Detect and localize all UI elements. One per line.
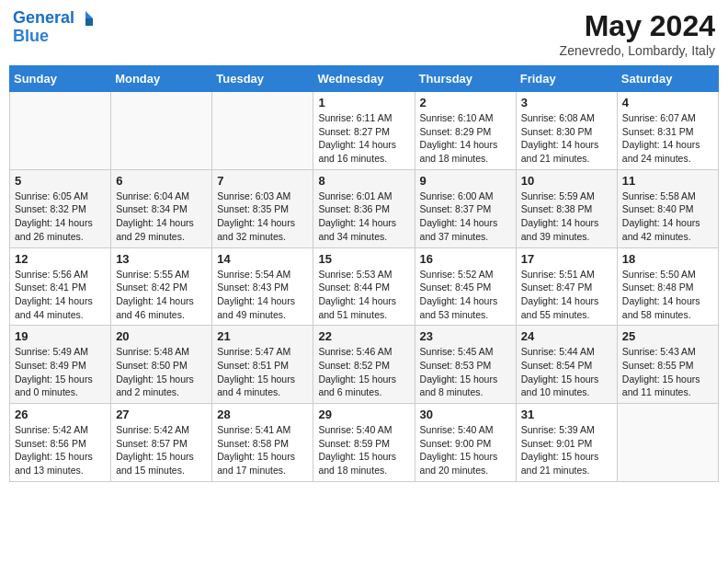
day-info: Sunrise: 5:55 AM Sunset: 8:42 PM Dayligh… xyxy=(116,268,207,322)
day-number: 11 xyxy=(622,174,713,188)
day-number: 6 xyxy=(116,174,207,188)
logo-blue: Blue xyxy=(13,28,95,46)
calendar-cell: 3Sunrise: 6:08 AM Sunset: 8:30 PM Daylig… xyxy=(516,92,617,170)
day-info: Sunrise: 5:44 AM Sunset: 8:54 PM Dayligh… xyxy=(521,345,612,399)
page-header: General Blue May 2024 Zenevredo, Lombard… xyxy=(9,9,719,58)
day-info: Sunrise: 5:42 AM Sunset: 8:56 PM Dayligh… xyxy=(15,423,106,477)
day-number: 7 xyxy=(217,174,308,188)
day-info: Sunrise: 5:40 AM Sunset: 8:59 PM Dayligh… xyxy=(318,423,409,477)
weekday-header-row: SundayMondayTuesdayWednesdayThursdayFrid… xyxy=(10,66,719,92)
day-number: 4 xyxy=(622,96,713,109)
day-number: 9 xyxy=(420,174,511,188)
day-number: 16 xyxy=(420,252,511,266)
weekday-header-monday: Monday xyxy=(111,66,212,92)
logo: General Blue xyxy=(13,9,95,46)
calendar-cell: 16Sunrise: 5:52 AM Sunset: 8:45 PM Dayli… xyxy=(415,247,516,326)
day-number: 24 xyxy=(521,329,612,343)
day-number: 20 xyxy=(116,329,207,343)
calendar-cell: 6Sunrise: 6:04 AM Sunset: 8:34 PM Daylig… xyxy=(111,169,212,247)
day-number: 27 xyxy=(116,408,207,421)
calendar-cell: 7Sunrise: 6:03 AM Sunset: 8:35 PM Daylig… xyxy=(212,169,313,247)
location: Zenevredo, Lombardy, Italy xyxy=(560,43,715,58)
calendar-cell: 8Sunrise: 6:01 AM Sunset: 8:36 PM Daylig… xyxy=(313,169,415,247)
calendar-cell: 2Sunrise: 6:10 AM Sunset: 8:29 PM Daylig… xyxy=(415,92,516,170)
month-title: May 2024 xyxy=(560,9,715,43)
day-info: Sunrise: 5:59 AM Sunset: 8:38 PM Dayligh… xyxy=(521,190,612,244)
week-row-5: 26Sunrise: 5:42 AM Sunset: 8:56 PM Dayli… xyxy=(10,404,719,482)
day-info: Sunrise: 5:52 AM Sunset: 8:45 PM Dayligh… xyxy=(420,268,511,322)
weekday-header-thursday: Thursday xyxy=(415,66,516,92)
calendar-cell: 27Sunrise: 5:42 AM Sunset: 8:57 PM Dayli… xyxy=(111,404,212,482)
calendar-cell: 26Sunrise: 5:42 AM Sunset: 8:56 PM Dayli… xyxy=(10,404,111,482)
day-number: 23 xyxy=(420,329,511,343)
calendar-cell: 22Sunrise: 5:46 AM Sunset: 8:52 PM Dayli… xyxy=(313,326,415,404)
day-number: 10 xyxy=(521,174,612,188)
day-number: 2 xyxy=(420,96,511,109)
day-info: Sunrise: 6:03 AM Sunset: 8:35 PM Dayligh… xyxy=(217,190,308,244)
day-info: Sunrise: 5:51 AM Sunset: 8:47 PM Dayligh… xyxy=(521,268,612,322)
logo-text: General xyxy=(13,9,74,28)
week-row-1: 1Sunrise: 6:11 AM Sunset: 8:27 PM Daylig… xyxy=(10,92,719,170)
calendar-cell: 25Sunrise: 5:43 AM Sunset: 8:55 PM Dayli… xyxy=(617,326,718,404)
day-info: Sunrise: 5:48 AM Sunset: 8:50 PM Dayligh… xyxy=(116,345,207,399)
day-number: 21 xyxy=(217,329,308,343)
calendar-cell xyxy=(212,92,313,170)
day-number: 12 xyxy=(15,252,106,266)
calendar-cell xyxy=(10,92,111,170)
title-block: May 2024 Zenevredo, Lombardy, Italy xyxy=(560,9,715,58)
day-info: Sunrise: 6:11 AM Sunset: 8:27 PM Dayligh… xyxy=(318,111,409,166)
day-info: Sunrise: 5:50 AM Sunset: 8:48 PM Dayligh… xyxy=(622,268,713,322)
day-number: 3 xyxy=(521,96,612,109)
calendar-cell: 5Sunrise: 6:05 AM Sunset: 8:32 PM Daylig… xyxy=(10,169,111,247)
day-number: 17 xyxy=(521,252,612,266)
day-info: Sunrise: 5:49 AM Sunset: 8:49 PM Dayligh… xyxy=(15,345,106,399)
day-info: Sunrise: 6:08 AM Sunset: 8:30 PM Dayligh… xyxy=(521,111,612,166)
calendar-cell: 20Sunrise: 5:48 AM Sunset: 8:50 PM Dayli… xyxy=(111,326,212,404)
day-number: 29 xyxy=(318,408,409,421)
weekday-header-wednesday: Wednesday xyxy=(313,66,415,92)
day-info: Sunrise: 5:43 AM Sunset: 8:55 PM Dayligh… xyxy=(622,345,713,399)
day-info: Sunrise: 5:54 AM Sunset: 8:43 PM Dayligh… xyxy=(217,268,308,322)
day-number: 14 xyxy=(217,252,308,266)
day-info: Sunrise: 6:10 AM Sunset: 8:29 PM Dayligh… xyxy=(420,111,511,166)
day-number: 13 xyxy=(116,252,207,266)
calendar-cell: 24Sunrise: 5:44 AM Sunset: 8:54 PM Dayli… xyxy=(516,326,617,404)
day-info: Sunrise: 5:46 AM Sunset: 8:52 PM Dayligh… xyxy=(318,345,409,399)
calendar-cell: 9Sunrise: 6:00 AM Sunset: 8:37 PM Daylig… xyxy=(415,169,516,247)
day-number: 26 xyxy=(15,408,106,421)
day-info: Sunrise: 6:00 AM Sunset: 8:37 PM Dayligh… xyxy=(420,190,511,244)
day-number: 31 xyxy=(521,408,612,421)
day-number: 5 xyxy=(15,174,106,188)
day-info: Sunrise: 5:45 AM Sunset: 8:53 PM Dayligh… xyxy=(420,345,511,399)
day-info: Sunrise: 5:42 AM Sunset: 8:57 PM Dayligh… xyxy=(116,423,207,477)
day-info: Sunrise: 6:01 AM Sunset: 8:36 PM Dayligh… xyxy=(318,190,409,244)
weekday-header-saturday: Saturday xyxy=(617,66,718,92)
week-row-4: 19Sunrise: 5:49 AM Sunset: 8:49 PM Dayli… xyxy=(10,326,719,404)
calendar-cell: 14Sunrise: 5:54 AM Sunset: 8:43 PM Dayli… xyxy=(212,247,313,326)
day-info: Sunrise: 5:58 AM Sunset: 8:40 PM Dayligh… xyxy=(622,190,713,244)
weekday-header-tuesday: Tuesday xyxy=(212,66,313,92)
day-number: 22 xyxy=(318,329,409,343)
day-info: Sunrise: 5:47 AM Sunset: 8:51 PM Dayligh… xyxy=(217,345,308,399)
calendar-cell: 31Sunrise: 5:39 AM Sunset: 9:01 PM Dayli… xyxy=(516,404,617,482)
day-info: Sunrise: 5:40 AM Sunset: 9:00 PM Dayligh… xyxy=(420,423,511,477)
calendar-cell: 30Sunrise: 5:40 AM Sunset: 9:00 PM Dayli… xyxy=(415,404,516,482)
calendar-cell: 1Sunrise: 6:11 AM Sunset: 8:27 PM Daylig… xyxy=(313,92,415,170)
calendar-cell: 10Sunrise: 5:59 AM Sunset: 8:38 PM Dayli… xyxy=(516,169,617,247)
day-number: 28 xyxy=(217,408,308,421)
calendar-cell xyxy=(617,404,718,482)
day-info: Sunrise: 6:07 AM Sunset: 8:31 PM Dayligh… xyxy=(622,111,713,166)
day-number: 15 xyxy=(318,252,409,266)
calendar-cell: 17Sunrise: 5:51 AM Sunset: 8:47 PM Dayli… xyxy=(516,247,617,326)
calendar-cell: 29Sunrise: 5:40 AM Sunset: 8:59 PM Dayli… xyxy=(313,404,415,482)
calendar-cell: 4Sunrise: 6:07 AM Sunset: 8:31 PM Daylig… xyxy=(617,92,718,170)
calendar-table: SundayMondayTuesdayWednesdayThursdayFrid… xyxy=(9,65,719,482)
calendar-cell: 12Sunrise: 5:56 AM Sunset: 8:41 PM Dayli… xyxy=(10,247,111,326)
calendar-cell: 28Sunrise: 5:41 AM Sunset: 8:58 PM Dayli… xyxy=(212,404,313,482)
svg-marker-1 xyxy=(85,18,93,26)
weekday-header-sunday: Sunday xyxy=(10,66,111,92)
day-info: Sunrise: 5:39 AM Sunset: 9:01 PM Dayligh… xyxy=(521,423,612,477)
day-number: 18 xyxy=(622,252,713,266)
day-info: Sunrise: 5:56 AM Sunset: 8:41 PM Dayligh… xyxy=(15,268,106,322)
day-number: 1 xyxy=(318,96,409,109)
